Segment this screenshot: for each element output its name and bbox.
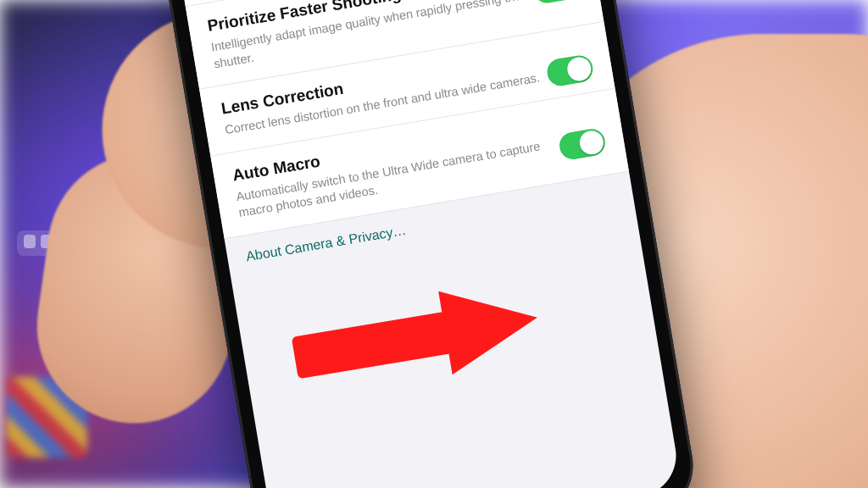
phone-screen: …Photographic Styles use machine learnin… <box>178 0 682 488</box>
toggle-prioritize-faster-shooting[interactable] <box>531 0 581 5</box>
toggle-auto-macro[interactable] <box>558 127 608 161</box>
iphone: …Photographic Styles use machine learnin… <box>160 0 701 488</box>
toggle-lens-correction[interactable] <box>545 53 595 87</box>
settings-list: …Photographic Styles use machine learnin… <box>178 0 638 291</box>
